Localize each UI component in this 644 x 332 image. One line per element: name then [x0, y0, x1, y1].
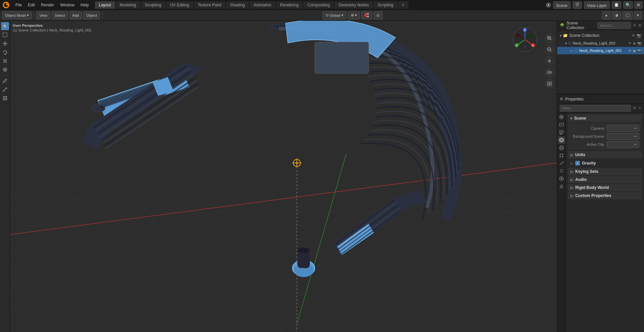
render-icon-item[interactable]: 📷 — [637, 34, 641, 38]
units-section-header[interactable]: ▷ Units — [568, 151, 642, 158]
tab-geometry-nodes[interactable]: Geometry Nodes — [334, 1, 373, 9]
properties-filter-icon[interactable]: ⚙ — [633, 106, 636, 110]
properties-close-icon[interactable]: ✕ — [638, 106, 641, 110]
filter-icon-btn[interactable]: ⚙ — [634, 1, 643, 9]
item-sel-0[interactable]: ◉ — [633, 42, 636, 45]
zoom-out-btn[interactable] — [545, 45, 554, 54]
scale-tool-btn[interactable] — [1, 57, 9, 65]
item-vis-0[interactable]: 👁 — [628, 42, 632, 45]
global-transform-btn[interactable]: ⊙ Global ▾ — [323, 11, 346, 19]
physics-prop-icon[interactable] — [558, 175, 565, 182]
cursor-tool-btn[interactable] — [1, 22, 9, 30]
edit-menu[interactable]: Edit — [25, 2, 38, 8]
render-view-btn[interactable] — [545, 79, 554, 88]
snap-btn[interactable]: 🧲 — [361, 11, 372, 19]
move-tool-btn[interactable] — [1, 40, 9, 48]
item-sel-1[interactable]: ◉ — [633, 49, 636, 53]
properties-search-input[interactable] — [560, 105, 631, 112]
tab-shading[interactable]: Shading — [226, 1, 249, 9]
tab-texture-paint[interactable]: Texture Paint — [194, 1, 225, 9]
render-prop-icon[interactable] — [558, 113, 565, 121]
tab-compositing[interactable]: Compositing — [303, 1, 334, 9]
camera-value[interactable]: ✏ — [607, 125, 639, 132]
rotate-tool-btn[interactable] — [1, 48, 9, 56]
viewport-info: User Perspective (1) Scene Collection | … — [13, 23, 92, 32]
viewport-options-btn[interactable]: ▾ — [634, 11, 642, 19]
add-mesh-tool-btn[interactable] — [1, 94, 9, 102]
pivot-btn[interactable]: ⊕ ▾ — [348, 11, 360, 19]
object-prop-icon[interactable] — [558, 152, 565, 159]
outliner-item-1[interactable]: ▷ ⬡ Neck_Reading_Light_001 👁 ◉ 📷 — [557, 47, 644, 54]
custom-props-header[interactable]: ▷ Custom Properties — [568, 192, 642, 199]
help-menu[interactable]: Help — [78, 2, 92, 8]
viewport-shading-solid[interactable]: ● — [602, 11, 610, 19]
window-menu[interactable]: Window — [57, 2, 77, 8]
particles-prop-icon[interactable] — [558, 167, 565, 175]
visibility-icon[interactable]: 👁 — [632, 34, 635, 38]
active-clip-value[interactable]: ✏ — [607, 141, 639, 148]
gravity-checkbox[interactable]: ✓ — [575, 161, 580, 165]
viewport-shading-rendered[interactable]: ◯ — [623, 11, 633, 19]
gizmo-svg: Z X Y — [512, 26, 538, 53]
scene-prop-icon[interactable] — [558, 136, 565, 144]
scene-section-label: Scene — [574, 116, 586, 121]
svg-point-83 — [296, 162, 298, 164]
active-clip-row: Active Clip ✏ — [568, 140, 642, 148]
item-render-1[interactable]: 📷 — [637, 49, 641, 53]
render-menu[interactable]: Render — [38, 2, 57, 8]
bg-scene-value[interactable]: ✏ — [607, 133, 639, 140]
tab-animation[interactable]: Animation — [250, 1, 275, 9]
tab-uv-editing[interactable]: UV Editing — [166, 1, 193, 9]
pan-btn[interactable] — [545, 56, 554, 66]
scene-selector[interactable]: Scene — [553, 1, 571, 9]
proportional-btn[interactable]: ◎ — [373, 11, 383, 19]
tab-rendering[interactable]: Rendering — [276, 1, 303, 9]
view-menu-btn[interactable]: View — [36, 11, 50, 19]
3d-viewport[interactable]: User Perspective (1) Scene Collection | … — [10, 21, 557, 332]
clip-edit-icon[interactable]: ✏ — [634, 142, 637, 147]
svg-rect-127 — [560, 154, 563, 157]
select-box-tool-btn[interactable] — [1, 31, 9, 39]
outliner-search-input[interactable] — [597, 22, 631, 29]
zoom-in-btn[interactable] — [545, 34, 554, 43]
output-prop-icon[interactable] — [558, 121, 565, 128]
camera-view-btn[interactable] — [545, 68, 554, 77]
tab-add[interactable]: + — [398, 1, 409, 9]
viewport-gizmo[interactable]: Z X Y — [512, 26, 538, 53]
file-menu[interactable]: File — [13, 2, 24, 8]
dropdown-arrow-icon: ▾ — [27, 13, 29, 17]
scene-section-header[interactable]: ▾ Scene — [568, 115, 642, 122]
modifier-prop-icon[interactable] — [558, 159, 565, 167]
constraints-prop-icon[interactable] — [558, 183, 565, 190]
modifier-prop-svg — [559, 161, 564, 165]
add-menu-btn[interactable]: Add — [69, 11, 82, 19]
outliner-item-0[interactable]: ▾ ⬡ Neck_Reading_Light_002 👁 ◉ 📷 — [557, 40, 644, 47]
object-menu-btn[interactable]: Object — [83, 11, 100, 19]
rigid-body-header[interactable]: ▷ Rigid Body World — [568, 184, 642, 191]
svg-point-79 — [297, 248, 310, 253]
item-vis-1[interactable]: 👁 — [628, 49, 632, 53]
bg-edit-icon[interactable]: ✏ — [634, 134, 637, 139]
outliner-root-item[interactable]: ▾ 📁 Scene Collection 👁 📷 — [557, 31, 644, 40]
camera-edit-icon[interactable]: ✏ — [634, 126, 637, 131]
measure-tool-btn[interactable] — [1, 85, 9, 93]
item-render-0[interactable]: 📷 — [637, 42, 641, 45]
view-layer-selector[interactable]: View Layer — [584, 1, 610, 9]
svg-text:Z: Z — [524, 29, 526, 31]
audio-header[interactable]: ▷ Audio — [568, 176, 642, 183]
keying-sets-header[interactable]: ▷ Keying Sets — [568, 168, 642, 175]
tab-sculpting[interactable]: Sculpting — [141, 1, 165, 9]
world-prop-icon[interactable] — [558, 144, 565, 151]
transform-tool-btn[interactable] — [1, 66, 9, 74]
select-menu-btn[interactable]: Select — [52, 11, 68, 19]
annotate-tool-btn[interactable] — [1, 77, 9, 85]
viewport-shading-material[interactable]: ◑ — [612, 11, 621, 19]
outliner-filter-icon[interactable]: ⚙ — [633, 23, 636, 27]
tab-layout[interactable]: Layout — [95, 1, 115, 9]
view-layer-prop-icon[interactable] — [558, 129, 565, 136]
outliner-sync-icon[interactable]: ⊞ — [638, 23, 641, 27]
search-icon-btn[interactable]: 🔍 — [623, 1, 633, 9]
tab-modeling[interactable]: Modeling — [116, 1, 140, 9]
tab-scripting[interactable]: Scripting — [374, 1, 397, 9]
object-mode-dropdown[interactable]: Object Mode ▾ — [2, 11, 32, 19]
